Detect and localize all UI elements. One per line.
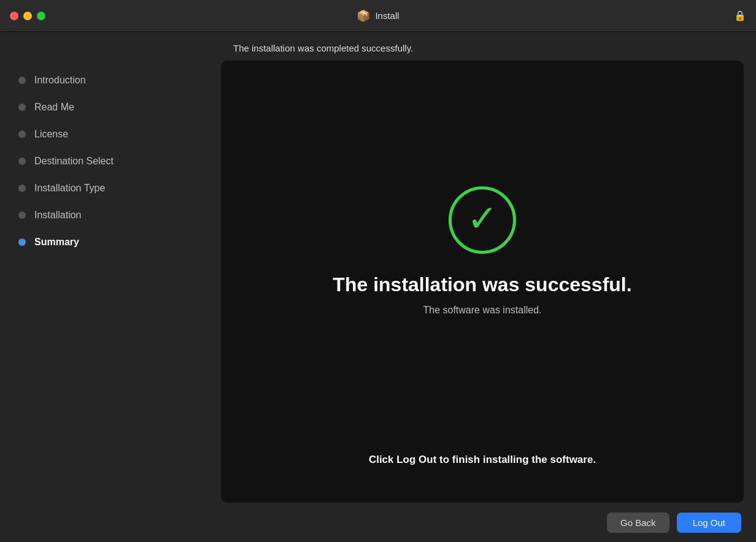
sidebar-dot-readme xyxy=(18,104,26,111)
sidebar-item-license[interactable]: License xyxy=(12,121,221,148)
app-title: Install xyxy=(375,10,399,21)
body-layout: Introduction Read Me License Destination… xyxy=(0,61,756,503)
sidebar-dot-installation xyxy=(18,212,26,219)
sidebar-label-destination: Destination Select xyxy=(34,156,114,167)
success-title: The installation was successful. xyxy=(333,273,631,296)
main-content: The installation was completed successfu… xyxy=(0,32,756,542)
sidebar-item-destination[interactable]: Destination Select xyxy=(12,148,221,175)
sidebar-item-installation-type[interactable]: Installation Type xyxy=(12,175,221,202)
sidebar: Introduction Read Me License Destination… xyxy=(0,61,221,503)
sidebar-item-installation[interactable]: Installation xyxy=(12,202,221,229)
sidebar-dot-license xyxy=(18,131,26,138)
success-circle: ✓ xyxy=(449,186,516,254)
sidebar-label-introduction: Introduction xyxy=(34,75,86,86)
status-bar: The installation was completed successfu… xyxy=(0,32,756,61)
go-back-button[interactable]: Go Back xyxy=(607,513,669,533)
sidebar-dot-installation-type xyxy=(18,185,26,192)
main-panel: ✓ The installation was successful. The s… xyxy=(221,61,744,503)
maximize-button[interactable] xyxy=(37,12,45,20)
sidebar-label-installation-type: Installation Type xyxy=(34,183,105,194)
log-out-button[interactable]: Log Out xyxy=(677,513,741,533)
sidebar-label-readme: Read Me xyxy=(34,102,74,113)
sidebar-dot-introduction xyxy=(18,77,26,84)
checkmark-icon: ✓ xyxy=(467,200,498,237)
minimize-button[interactable] xyxy=(23,12,32,20)
sidebar-label-installation: Installation xyxy=(34,210,82,221)
logout-instruction: Click Log Out to finish installing the s… xyxy=(369,454,596,466)
bottom-bar: Go Back Log Out xyxy=(0,503,756,542)
sidebar-label-license: License xyxy=(34,129,68,140)
sidebar-label-summary: Summary xyxy=(34,237,79,248)
main-panel-wrapper: ✓ The installation was successful. The s… xyxy=(221,61,756,503)
window-controls xyxy=(10,12,45,20)
app-icon: 📦 xyxy=(357,9,370,23)
sidebar-item-introduction[interactable]: Introduction xyxy=(12,67,221,94)
sidebar-dot-summary xyxy=(18,239,26,246)
success-subtitle: The software was installed. xyxy=(423,305,542,316)
window-title: 📦 Install xyxy=(357,9,399,23)
sidebar-item-readme[interactable]: Read Me xyxy=(12,94,221,121)
sidebar-dot-destination xyxy=(18,158,26,165)
close-button[interactable] xyxy=(10,12,18,20)
lock-icon: 🔒 xyxy=(734,10,746,21)
titlebar: 📦 Install 🔒 xyxy=(0,0,756,32)
status-text: The installation was completed successfu… xyxy=(233,43,413,53)
sidebar-item-summary[interactable]: Summary xyxy=(12,229,221,256)
